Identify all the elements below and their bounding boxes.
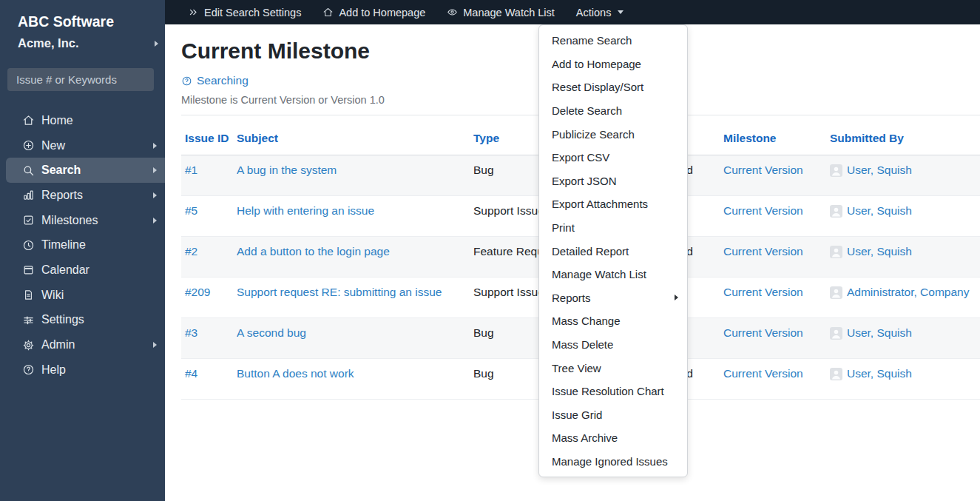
menu-item[interactable]: Delete Search — [539, 99, 687, 123]
submitted-by-link[interactable]: User, Squish — [847, 204, 912, 218]
menu-item[interactable]: Manage Ignored Issues — [539, 450, 687, 474]
milestone-link[interactable]: Current Version — [723, 286, 803, 298]
sidebar-item[interactable]: Admin — [0, 332, 165, 357]
topbar-item[interactable]: Manage Watch List — [447, 7, 555, 19]
submitter-cell: User, Squish — [830, 164, 912, 177]
searching-help-link[interactable]: Searching — [181, 74, 249, 87]
sidebar-item-label: Home — [41, 114, 73, 127]
issue-subject-link[interactable]: Add a button to the login page — [237, 245, 390, 258]
search-input[interactable] — [7, 73, 154, 86]
issue-id-link[interactable]: #5 — [185, 204, 197, 217]
sidebar-item[interactable]: Calendar — [0, 258, 165, 283]
menu-item[interactable]: Issue Resolution Chart — [539, 380, 687, 403]
submitted-by-link[interactable]: User, Squish — [847, 164, 912, 177]
avatar-icon — [830, 164, 842, 177]
caret-down-icon — [618, 10, 624, 14]
issue-id-link[interactable]: #2 — [185, 245, 197, 258]
milestone-link[interactable]: Current Version — [723, 245, 803, 258]
avatar-icon — [830, 286, 842, 299]
sidebar-item[interactable]: Settings — [0, 308, 165, 333]
column-header[interactable]: Submitted By — [830, 115, 980, 155]
submitter-cell: User, Squish — [830, 326, 912, 340]
eye-icon — [447, 7, 458, 18]
menu-item-label: Reset Display/Sort — [552, 81, 643, 93]
searching-help-label: Searching — [197, 74, 249, 87]
checkbox-icon — [22, 214, 35, 226]
issue-id-link[interactable]: #209 — [185, 286, 210, 298]
submitter-cell: User, Squish — [830, 367, 912, 380]
sidebar-item[interactable]: Reports — [0, 183, 165, 208]
chevron-right-icon — [153, 342, 157, 348]
submitted-by-link[interactable]: Administrator, Company — [847, 286, 969, 299]
topbar-item[interactable]: Edit Search Settings — [188, 7, 301, 19]
menu-item[interactable]: Publicize Search — [539, 122, 687, 146]
sidebar-item-label: Calendar — [41, 263, 89, 277]
issue-subject-link[interactable]: A second bug — [237, 326, 306, 339]
menu-item[interactable]: Export JSON — [539, 169, 687, 193]
menu-item[interactable]: Issue Grid — [539, 403, 687, 427]
sidebar-item[interactable]: Wiki — [0, 283, 165, 308]
sidebar-item[interactable]: Help — [0, 357, 165, 383]
menu-item[interactable]: Add to Homepage — [539, 53, 687, 76]
menu-item[interactable]: Print — [539, 216, 687, 240]
menu-item-label: Print — [552, 221, 575, 234]
issue-subject-link[interactable]: Support request RE: submitting an issue — [237, 286, 442, 298]
bar-chart-icon — [22, 189, 35, 201]
sidebar: ABC Software Acme, Inc. Home New — [0, 0, 165, 501]
organization-name: Acme, Inc. — [18, 36, 79, 50]
menu-item[interactable]: Reports — [539, 286, 687, 310]
menu-item[interactable]: Mass Change — [539, 309, 687, 333]
column-header[interactable]: Subject — [237, 115, 473, 155]
menu-item[interactable]: Rename Search — [539, 29, 687, 53]
milestone-link[interactable]: Current Version — [723, 204, 803, 217]
menu-item-label: Issue Resolution Chart — [552, 385, 664, 397]
menu-item[interactable]: Tree View — [539, 356, 687, 380]
menu-item[interactable]: Detailed Report — [539, 239, 687, 263]
organization-selector[interactable]: Acme, Inc. — [18, 36, 158, 50]
issue-id-link[interactable]: #1 — [185, 164, 197, 176]
issue-subject-link[interactable]: A bug in the system — [237, 164, 337, 176]
question-circle-icon — [22, 363, 35, 376]
app-title: ABC Software — [18, 13, 114, 30]
sidebar-item[interactable]: Search — [6, 158, 165, 183]
issue-id-link[interactable]: #4 — [185, 367, 197, 380]
topbar-item[interactable]: Add to Homepage — [322, 7, 425, 19]
chevron-right-icon — [153, 143, 157, 149]
menu-item[interactable]: Export Attachments — [539, 192, 687, 216]
menu-item[interactable]: Manage Watch List — [539, 263, 687, 286]
menu-item-label: Detailed Report — [552, 245, 629, 258]
search-icon — [22, 164, 35, 177]
sidebar-item[interactable]: New — [0, 133, 165, 158]
sidebar-item-label: Search — [41, 164, 81, 177]
menu-item[interactable]: Mass Archive — [539, 426, 687, 450]
submitted-by-link[interactable]: User, Squish — [847, 367, 912, 380]
menu-item-label: Mass Delete — [552, 338, 613, 351]
submitted-by-link[interactable]: User, Squish — [847, 326, 912, 340]
sidebar-nav: Home New Search Reports — [0, 108, 165, 383]
menu-item[interactable]: Reset Display/Sort — [539, 75, 687, 99]
app-window: ABC Software Acme, Inc. Home New — [0, 0, 980, 501]
issue-subject-link[interactable]: Help with entering an issue — [237, 204, 374, 217]
issue-id-link[interactable]: #3 — [185, 326, 197, 339]
issue-subject-link[interactable]: Button A does not work — [237, 367, 354, 380]
column-header[interactable]: Issue ID — [181, 115, 237, 155]
milestone-link[interactable]: Current Version — [723, 367, 803, 380]
topbar-item[interactable]: Actions — [576, 7, 624, 19]
topbar: Edit Search Settings Add to Homepage Man… — [165, 0, 980, 24]
milestone-link[interactable]: Current Version — [723, 326, 803, 339]
milestone-link[interactable]: Current Version — [723, 164, 803, 176]
clock-icon — [22, 239, 35, 252]
sidebar-item[interactable]: Timeline — [0, 232, 165, 258]
menu-item-label: Mass Archive — [552, 431, 618, 444]
sidebar-item[interactable]: Home — [0, 108, 165, 133]
sliders-icon — [22, 314, 35, 326]
column-header[interactable]: Milestone — [723, 115, 830, 155]
document-icon — [22, 289, 35, 301]
menu-item[interactable]: Export CSV — [539, 146, 687, 169]
submitter-cell: Administrator, Company — [830, 286, 969, 299]
submitted-by-link[interactable]: User, Squish — [847, 245, 912, 258]
double-chevron-icon — [188, 7, 199, 18]
sidebar-item[interactable]: Milestones — [0, 208, 165, 233]
topbar-item-label: Manage Watch List — [463, 7, 555, 19]
menu-item[interactable]: Mass Delete — [539, 333, 687, 357]
